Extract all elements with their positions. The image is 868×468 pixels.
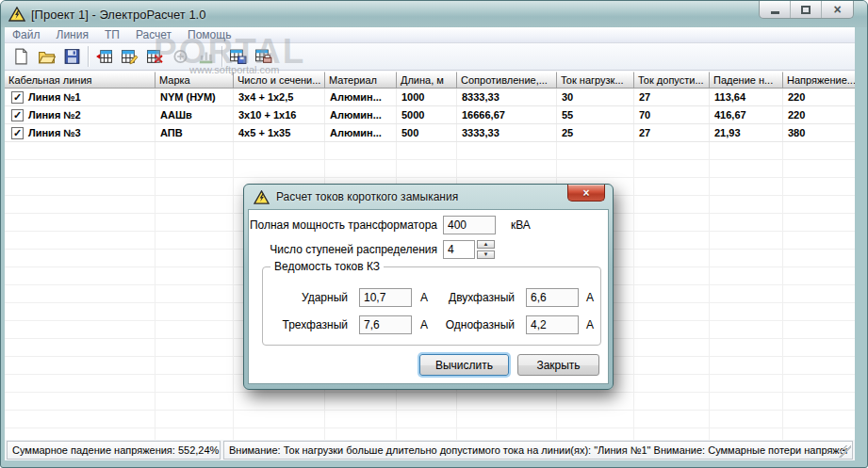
menu-tp[interactable]: ТП: [105, 28, 120, 41]
app-warning-triangle-icon: [8, 7, 25, 22]
status-bar: Суммарное падение напряжения: 552,24% Вн…: [5, 440, 855, 460]
shock-label: Ударный: [263, 291, 348, 304]
line-name: Линия №1: [28, 91, 81, 103]
power-input[interactable]: [443, 216, 496, 234]
cell-mark: ААШв: [156, 106, 234, 123]
export-table-button[interactable]: [225, 45, 251, 68]
table-row[interactable]: ✓Линия №2 ААШв 3x10 + 1x16 Алюмин... 500…: [5, 106, 855, 124]
col-mark[interactable]: Марка: [156, 72, 234, 89]
col-length[interactable]: Длина, м: [397, 72, 457, 89]
dialog-warning-triangle-icon: [254, 190, 270, 204]
menu-file[interactable]: Файл: [12, 28, 41, 41]
resize-grip[interactable]: [839, 445, 851, 458]
table-header: Кабельная линия Марка Число и сечени... …: [5, 72, 855, 89]
calculate-icon: [172, 48, 189, 65]
new-document-button[interactable]: [8, 45, 34, 68]
delete-line-button[interactable]: [142, 45, 168, 68]
cell-material: Алюмин...: [325, 89, 397, 105]
open-project-button[interactable]: [34, 45, 59, 68]
save-project-button[interactable]: [59, 45, 85, 68]
dialog-close-button[interactable]: ×: [567, 185, 605, 202]
minimize-button[interactable]: [760, 1, 791, 18]
kz-groupbox: Ведомость токов КЗ Ударный А Двухфазный …: [262, 266, 601, 346]
close-dialog-button[interactable]: Закрыть: [517, 354, 599, 376]
kz-group-title: Ведомость токов КЗ: [270, 260, 384, 273]
maximize-button[interactable]: [791, 1, 822, 18]
table-row[interactable]: ✓Линия №3 АПВ 4x5 + 1x35 Алюмин... 500 3…: [5, 124, 855, 142]
cell-allowed-current: 27: [634, 89, 710, 105]
table-delete-icon: [146, 48, 164, 65]
table-edit-icon: [121, 48, 139, 65]
table-add-icon: [95, 48, 113, 65]
shock-input[interactable]: [359, 288, 412, 307]
row-checkbox[interactable]: ✓: [11, 109, 24, 121]
maximize-icon: [801, 6, 811, 14]
menu-calc[interactable]: Расчет: [136, 28, 172, 41]
chart-button[interactable]: [193, 45, 219, 68]
two-phase-unit: А: [586, 291, 594, 304]
window-controls: ×: [759, 1, 854, 19]
toolbar: [5, 43, 855, 71]
steps-input[interactable]: [443, 240, 475, 259]
menu-line[interactable]: Линия: [57, 28, 89, 41]
cell-resistance: 16666,67: [457, 106, 557, 123]
cell-length: 1000: [397, 89, 457, 105]
window-title: [Проект 1] - ЭлектроРасчет 1.0: [31, 8, 205, 22]
line-name: Линия №3: [28, 127, 81, 138]
one-phase-input[interactable]: [526, 315, 579, 334]
col-resistance[interactable]: Сопротивление,...: [457, 72, 557, 89]
cell-voltage-drop: 21,93: [710, 124, 783, 141]
col-voltage[interactable]: Напряжение...: [783, 72, 855, 89]
cell-length: 500: [397, 124, 457, 141]
col-cable-line[interactable]: Кабельная линия: [5, 72, 156, 89]
dialog-title-bar: Расчет токов короткого замыкания: [244, 185, 613, 209]
calculate-button[interactable]: [168, 45, 193, 68]
cell-resistance: 8333,33: [457, 89, 557, 105]
col-voltage-drop[interactable]: Падение н...: [710, 72, 783, 89]
row-checkbox[interactable]: ✓: [11, 91, 24, 104]
two-phase-input[interactable]: [526, 288, 579, 307]
cell-voltage-drop: 113,64: [710, 89, 783, 105]
calculate-dialog-button[interactable]: Вычислить: [419, 354, 509, 376]
cell-material: Алюмин...: [325, 106, 397, 123]
three-phase-input[interactable]: [359, 315, 412, 334]
close-button[interactable]: ×: [822, 1, 853, 18]
col-material[interactable]: Материал: [325, 72, 397, 89]
print-table-button[interactable]: [251, 45, 276, 68]
cell-material: Алюмин...: [325, 124, 397, 141]
short-circuit-dialog: Расчет токов короткого замыкания × Полна…: [243, 184, 614, 390]
cell-mark: АПВ: [156, 124, 234, 141]
spinner-up-button[interactable]: ▲: [477, 240, 495, 249]
close-icon: ×: [833, 3, 841, 16]
new-document-icon: [12, 48, 30, 65]
menu-help[interactable]: Помощь: [188, 28, 231, 41]
chart-icon: [197, 48, 215, 65]
edit-line-button[interactable]: [117, 45, 142, 68]
table-export-icon: [229, 48, 247, 65]
cell-voltage: 220: [783, 89, 855, 105]
col-load-current[interactable]: Ток нагрузк...: [557, 72, 634, 89]
status-warning: Внимание: Ток нагрузки больше длительно …: [223, 441, 853, 460]
dialog-close-icon: ×: [582, 186, 589, 200]
row-checkbox[interactable]: ✓: [11, 127, 24, 139]
col-section[interactable]: Число и сечени...: [234, 72, 325, 89]
power-label: Полная мощность трансформатора: [249, 218, 437, 232]
table-print-icon: [254, 48, 272, 65]
cell-load-current: 30: [557, 89, 634, 105]
cell-resistance: 3333,33: [457, 124, 557, 141]
cell-voltage: 220: [783, 106, 855, 123]
minimize-icon: [771, 11, 779, 14]
cell-allowed-current: 27: [634, 124, 710, 141]
add-line-button[interactable]: [91, 45, 117, 68]
table-row[interactable]: ✓Линия №1 NYM (НУМ) 3x4 + 1x2,5 Алюмин..…: [5, 89, 855, 106]
toolbar-separator: [88, 46, 89, 67]
cell-allowed-current: 70: [634, 106, 710, 123]
cell-load-current: 55: [557, 106, 634, 123]
cell-length: 5000: [397, 106, 457, 123]
spinner-down-button[interactable]: ▼: [477, 250, 495, 259]
menu-bar: Файл Линия ТП Расчет Помощь: [5, 27, 855, 43]
open-folder-icon: [38, 48, 56, 65]
steps-spinner: ▲ ▼: [477, 240, 495, 259]
col-allowed-current[interactable]: Ток допусти...: [634, 72, 710, 89]
cell-section: 4x5 + 1x35: [234, 124, 325, 141]
